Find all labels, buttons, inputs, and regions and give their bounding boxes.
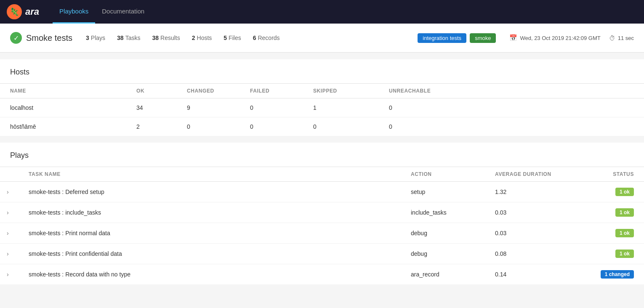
col-action: Action: [404, 167, 488, 182]
files-label: Files: [229, 35, 241, 41]
host-changed-localhost: 9: [177, 98, 240, 117]
col-avg-duration: Average Duration: [488, 167, 581, 182]
expand-icon-4[interactable]: ›: [7, 271, 15, 278]
host-failed-localhost: 0: [240, 98, 303, 117]
col-skipped: SKIPPED: [303, 84, 379, 98]
task-name-3: smoke-tests : Print confidential data: [22, 244, 404, 264]
hosts-section-title: Hosts: [0, 59, 644, 83]
table-row: › smoke-tests : Deferred setup setup 1.3…: [0, 182, 644, 202]
tags-row: integration tests smoke: [418, 33, 496, 43]
col-failed: FAILED: [240, 84, 303, 98]
expand-icon-1[interactable]: ›: [7, 209, 15, 216]
stat-hosts: 2 Hosts: [192, 35, 212, 41]
stat-plays: 3 Plays: [86, 35, 105, 41]
expand-icon-3[interactable]: ›: [7, 250, 15, 257]
host-changed-hostname: 0: [177, 117, 240, 136]
nav-item-documentation[interactable]: Documentation: [95, 0, 151, 24]
status-3: 1 ok: [581, 244, 644, 264]
table-row: › smoke-tests : include_tasks include_ta…: [0, 202, 644, 223]
records-count: 6: [253, 35, 256, 41]
col-name: Name: [0, 84, 126, 98]
files-count: 5: [224, 35, 227, 41]
action-2: debug: [404, 223, 488, 244]
duration-value: 11 sec: [618, 35, 634, 41]
host-skipped-hostname: 0: [303, 117, 379, 136]
expand-icon-2[interactable]: ›: [7, 230, 15, 236]
table-row: › smoke-tests : Print normal data debug …: [0, 223, 644, 244]
status-1: 1 ok: [581, 202, 644, 223]
plays-section-title: Plays: [0, 143, 644, 167]
hosts-table-body: localhost 34 9 0 1 0 hōstñāmē 2 0 0 0 0: [0, 98, 644, 136]
meta-duration: ⏱ 11 sec: [609, 35, 634, 42]
status-0: 1 ok: [581, 182, 644, 202]
nav-item-playbooks[interactable]: Playbooks: [53, 0, 95, 24]
plays-table-body: › smoke-tests : Deferred setup setup 1.3…: [0, 182, 644, 285]
col-status: Status: [581, 167, 644, 182]
navbar: 🦎 ara Playbooks Documentation: [0, 0, 644, 24]
hosts-table: Name OK CHANGED FAILED SKIPPED UNREACHAB…: [0, 84, 644, 136]
stat-files: 5 Files: [224, 35, 241, 41]
host-ok-localhost: 34: [126, 98, 177, 117]
expand-cell-1: ›: [0, 202, 22, 223]
expand-cell-4: ›: [0, 264, 22, 285]
task-name-0: smoke-tests : Deferred setup: [22, 182, 404, 202]
plays-table: Task Name Action Average Duration Status…: [0, 167, 644, 284]
stat-tasks: 38 Tasks: [117, 35, 140, 41]
host-unreachable-localhost: 0: [379, 98, 644, 117]
playbook-title: ✓ Smoke tests: [10, 32, 72, 44]
action-4: ara_record: [404, 264, 488, 285]
main-content: Hosts Name OK CHANGED FAILED SKIPPED UNR…: [0, 59, 644, 284]
brand: 🦎 ara: [7, 4, 39, 19]
plays-count: 3: [86, 35, 89, 41]
table-row: localhost 34 9 0 1 0: [0, 98, 644, 117]
tasks-label: Tasks: [125, 35, 141, 41]
meta-date: 📅 Wed, 23 Oct 2019 21:42:09 GMT: [509, 34, 600, 42]
results-label: Results: [160, 35, 180, 41]
tag-integration-tests[interactable]: integration tests: [418, 33, 466, 43]
plays-label: Plays: [91, 35, 105, 41]
status-4: 1 changed: [581, 264, 644, 285]
host-unreachable-hostname: 0: [379, 117, 644, 136]
task-name-4: smoke-tests : Record data with no type: [22, 264, 404, 285]
brand-logo: 🦎: [7, 4, 22, 19]
host-name-localhost: localhost: [0, 98, 126, 117]
col-task-name: Task Name: [22, 167, 404, 182]
table-row: › smoke-tests : Record data with no type…: [0, 264, 644, 285]
expand-icon-0[interactable]: ›: [7, 189, 15, 195]
status-2: 1 ok: [581, 223, 644, 244]
expand-cell-0: ›: [0, 182, 22, 202]
hosts-label: Hosts: [197, 35, 212, 41]
task-name-2: smoke-tests : Print normal data: [22, 223, 404, 244]
col-unreachable: UNREACHABLE: [379, 84, 644, 98]
stats-row: 3 Plays 38 Tasks 38 Results 2 Hosts 5 Fi…: [86, 35, 404, 41]
meta-row: 📅 Wed, 23 Oct 2019 21:42:09 GMT ⏱ 11 sec: [509, 34, 634, 42]
expand-cell-3: ›: [0, 244, 22, 264]
records-label: Records: [258, 35, 279, 41]
table-row: hōstñāmē 2 0 0 0 0: [0, 117, 644, 136]
col-ok: OK: [126, 84, 177, 98]
task-name-1: smoke-tests : include_tasks: [22, 202, 404, 223]
avg-duration-2: 0.03: [488, 223, 581, 244]
stat-records: 6 Records: [253, 35, 280, 41]
expand-cell-2: ›: [0, 223, 22, 244]
host-name-hostname: hōstñāmē: [0, 117, 126, 136]
success-icon: ✓: [10, 32, 22, 44]
action-1: include_tasks: [404, 202, 488, 223]
col-changed: CHANGED: [177, 84, 240, 98]
date-value: Wed, 23 Oct 2019 21:42:09 GMT: [520, 35, 600, 41]
header-card: ✓ Smoke tests 3 Plays 38 Tasks 38 Result…: [0, 24, 644, 53]
hosts-count: 2: [192, 35, 195, 41]
stat-results: 38 Results: [152, 35, 180, 41]
col-expand: [0, 167, 22, 182]
status-badge-4: 1 changed: [601, 270, 634, 279]
avg-duration-0: 1.32: [488, 182, 581, 202]
results-count: 38: [152, 35, 159, 41]
hosts-table-header: Name OK CHANGED FAILED SKIPPED UNREACHAB…: [0, 84, 644, 98]
plays-section: Plays Task Name Action Average Duration …: [0, 143, 644, 284]
status-badge-0: 1 ok: [615, 188, 634, 196]
tag-smoke[interactable]: smoke: [470, 33, 496, 43]
hosts-section: Hosts Name OK CHANGED FAILED SKIPPED UNR…: [0, 59, 644, 136]
nav-menu: Playbooks Documentation: [53, 0, 151, 24]
status-badge-1: 1 ok: [615, 208, 634, 217]
avg-duration-3: 0.08: [488, 244, 581, 264]
